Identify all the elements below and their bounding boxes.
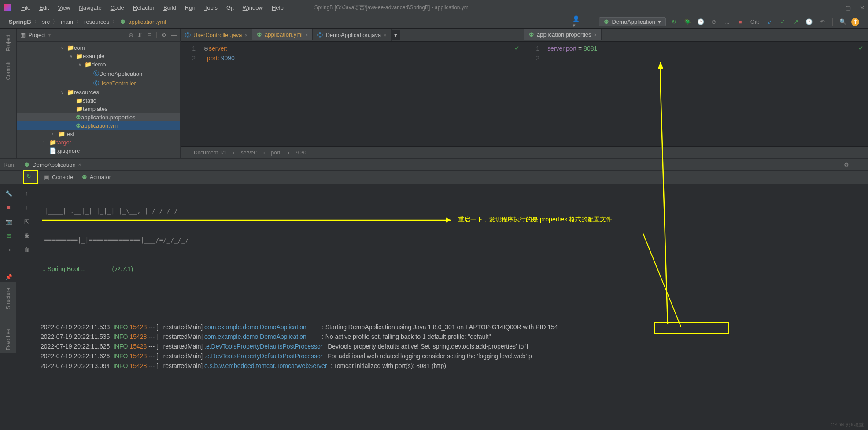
git-commit-icon[interactable]: ✓ <box>778 17 787 27</box>
structure-tool-tab[interactable]: Structure <box>5 285 11 312</box>
tree-test[interactable]: ›📁 test <box>17 130 180 138</box>
tab-demoapplication[interactable]: ⒸDemoApplication.java× <box>313 29 391 41</box>
editor-breadcrumb[interactable]: Document 1/1› server:› port:› 9090 <box>181 146 524 158</box>
menu-refactor[interactable]: Refactor <box>129 4 159 11</box>
stop-icon[interactable]: ■ <box>4 202 14 212</box>
run-config-dropdown[interactable]: ⚉ DemoApplication ▾ <box>599 17 665 26</box>
tree-props[interactable]: ⚉ application.properties <box>17 113 180 121</box>
menu-edit[interactable]: Edit <box>35 4 53 11</box>
project-tree[interactable]: ∨📁 com ∨📁 example ∨📁 demo Ⓒ DemoApplicat… <box>17 42 180 157</box>
git-pull-icon[interactable]: ↙ <box>765 17 774 27</box>
tab-overflow[interactable]: ▾ <box>392 30 400 40</box>
breadcrumb-file[interactable]: application.yml <box>128 18 166 25</box>
console-output[interactable]: |____| .__|_| |_|_| |_\__, | / / / / ===… <box>35 184 868 373</box>
camera-icon[interactable]: 📷 <box>4 217 14 226</box>
exit-icon[interactable]: ⇥ <box>4 245 14 254</box>
trash-icon[interactable]: 🗑 <box>22 245 31 254</box>
search-icon[interactable]: 🔍 <box>838 17 848 27</box>
locate-icon[interactable]: ⊕ <box>129 32 133 38</box>
tree-target[interactable]: ›📁 target <box>17 138 180 147</box>
menu-build[interactable]: Build <box>159 4 181 11</box>
yml-code[interactable]: ⊖server: port: 9090 <box>200 42 524 146</box>
breadcrumb-project[interactable]: SpringB <box>9 18 31 25</box>
export-icon[interactable]: ⇱ <box>22 217 31 226</box>
ide-settings-icon[interactable]: ⬆ <box>851 18 859 26</box>
project-panel-title[interactable]: Project <box>28 32 46 38</box>
collapse-icon[interactable]: ⊟ <box>147 32 152 38</box>
menu-tools[interactable]: Tools <box>200 4 222 11</box>
project-dropdown-icon[interactable]: ▾ <box>48 33 51 37</box>
stop-button[interactable]: ■ <box>735 17 745 27</box>
git-rollback-icon[interactable]: ↶ <box>817 17 827 27</box>
dump-icon[interactable]: 📌 <box>4 272 14 282</box>
spring-icon: ⚉ <box>120 18 126 25</box>
expand-icon[interactable]: ⇵ <box>138 32 143 38</box>
menu-code[interactable]: Code <box>106 4 129 11</box>
git-history-icon[interactable]: 🕐 <box>804 17 814 27</box>
settings-gear-icon[interactable]: ⚙ <box>161 32 166 38</box>
project-tool-tab[interactable]: Project <box>5 32 11 54</box>
tree-demo[interactable]: ∨📁 demo <box>17 60 180 69</box>
console-tab[interactable]: ▣Console <box>44 174 73 180</box>
properties-code[interactable]: server.port = 8081 <box>544 42 868 146</box>
tree-yml[interactable]: ⚉ application.yml <box>17 121 180 130</box>
class-icon: Ⓒ <box>317 31 323 39</box>
user-icon[interactable]: 👤▾ <box>573 17 582 27</box>
down-icon[interactable]: ↓ <box>22 202 31 212</box>
rerun-icon[interactable]: ↻ <box>26 173 31 180</box>
breadcrumb-src[interactable]: src <box>42 18 50 25</box>
tree-static[interactable]: 📁 static <box>17 96 180 105</box>
maximize-button[interactable]: ▢ <box>846 4 851 11</box>
checkmark-icon[interactable]: ✓ <box>858 44 864 51</box>
tab-usercontroller[interactable]: ⒸUserController.java× <box>181 29 252 41</box>
back-arrow-icon[interactable]: ← <box>586 17 595 27</box>
tree-resources[interactable]: ∨📁 resources <box>17 88 180 96</box>
close-icon[interactable]: × <box>594 32 597 37</box>
tree-example[interactable]: ∨📁 example <box>17 52 180 60</box>
run-panel-header: Run: ⚉ DemoApplication × ⚙ — <box>0 158 868 171</box>
tab-application-properties[interactable]: ⚉application.properties× <box>524 29 602 40</box>
menu-run[interactable]: Run <box>181 4 200 11</box>
hide-icon[interactable]: — <box>171 32 177 38</box>
tree-templates[interactable]: 📁 templates <box>17 105 180 113</box>
breadcrumb-main[interactable]: main <box>61 18 73 25</box>
wrench-icon[interactable]: 🔧 <box>4 188 14 198</box>
debug-icon[interactable]: 🪲 <box>683 17 692 27</box>
close-icon[interactable]: × <box>305 32 308 37</box>
menu-navigate[interactable]: Navigate <box>74 4 106 11</box>
layout-icon[interactable]: ⊞ <box>4 231 14 240</box>
attach-icon[interactable]: … <box>722 17 732 27</box>
minimize-button[interactable]: — <box>831 4 837 11</box>
breadcrumb[interactable]: SpringB 〉src 〉main 〉resources 〉⚉ applica… <box>9 18 166 26</box>
run-settings-icon[interactable]: ⚙ <box>844 162 849 168</box>
menu-git[interactable]: Git <box>222 4 238 11</box>
git-push-icon[interactable]: ↗ <box>791 17 801 27</box>
rerun-icon[interactable]: ↻ <box>669 17 679 27</box>
menu-help[interactable]: Help <box>267 4 288 11</box>
close-button[interactable]: ✕ <box>860 4 864 11</box>
tree-com[interactable]: ∨📁 com <box>17 44 180 52</box>
checkmark-icon[interactable]: ✓ <box>514 44 520 51</box>
breadcrumb-resources[interactable]: resources <box>84 18 109 25</box>
favorites-tool-tab[interactable]: Favorites <box>5 326 11 353</box>
run-tab-demoapp[interactable]: ⚉ DemoApplication × <box>20 161 85 169</box>
tab-application-yml[interactable]: ⚉application.yml× <box>252 29 313 40</box>
run-hide-icon[interactable]: — <box>854 162 860 168</box>
up-icon[interactable]: ↑ <box>22 188 31 198</box>
run-label: Run: <box>4 162 15 168</box>
close-icon[interactable]: × <box>384 33 386 38</box>
menu-window[interactable]: Window <box>238 4 267 11</box>
dropdown-arrow-icon: ▾ <box>658 18 661 25</box>
print-icon[interactable]: 🖶 <box>22 231 31 240</box>
tree-demoapp[interactable]: Ⓒ DemoApplication <box>17 69 180 78</box>
close-icon[interactable]: × <box>245 33 247 38</box>
menu-view[interactable]: View <box>53 4 74 11</box>
actuator-tab[interactable]: ⚉Actuator <box>82 174 111 180</box>
coverage-icon[interactable]: 🕑 <box>696 17 705 27</box>
profiler-icon[interactable]: ⊘ <box>709 17 719 27</box>
menu-file[interactable]: File <box>17 4 35 11</box>
tree-gitignore[interactable]: 📄 .gitignore <box>17 147 180 155</box>
close-icon[interactable]: × <box>78 162 81 167</box>
commit-tool-tab[interactable]: Commit <box>5 59 11 82</box>
tree-userctrl[interactable]: Ⓒ UserController <box>17 78 180 88</box>
